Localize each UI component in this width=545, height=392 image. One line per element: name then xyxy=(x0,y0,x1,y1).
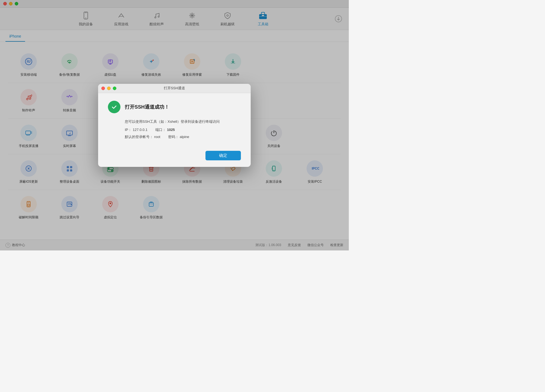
modal-titlebar: 打开SSH通道 xyxy=(98,84,251,93)
modal-port-label: 端口： xyxy=(155,128,166,132)
modal-overlay: 打开SSH通道 打开SSH通道成功！ 您可以使用SSH工具（如：Xshell）登… xyxy=(0,0,349,250)
ssh-modal: 打开SSH通道 打开SSH通道成功！ 您可以使用SSH工具（如：Xshell）登… xyxy=(98,84,251,167)
modal-account-row: 默认的登录帐号： root 密码： alpine xyxy=(125,133,241,140)
confirm-button[interactable]: 确定 xyxy=(205,151,241,160)
success-icon xyxy=(108,101,120,113)
modal-title: 打开SSH通道 xyxy=(164,86,185,91)
modal-account-value: root xyxy=(154,135,160,139)
modal-ip-label: IP： xyxy=(125,128,132,132)
modal-port-value: 1025 xyxy=(167,128,175,132)
modal-ip-value: 127.0.0.1 xyxy=(133,128,147,132)
modal-minimize-button[interactable] xyxy=(107,87,111,90)
modal-body: 打开SSH通道成功！ 您可以使用SSH工具（如：Xshell）登录到设备进行终端… xyxy=(98,93,251,148)
modal-account-label: 默认的登录帐号： xyxy=(125,135,153,139)
success-row: 打开SSH通道成功！ xyxy=(108,101,241,113)
modal-description: 您可以使用SSH工具（如：Xshell）登录到设备进行终端访问 xyxy=(125,118,241,125)
modal-footer: 确定 xyxy=(98,148,251,167)
modal-close-button[interactable] xyxy=(101,87,105,90)
success-title: 打开SSH通道成功！ xyxy=(125,104,169,110)
modal-password-value: alpine xyxy=(180,135,189,139)
modal-traffic-lights xyxy=(101,87,116,90)
modal-info: 您可以使用SSH工具（如：Xshell）登录到设备进行终端访问 IP： 127.… xyxy=(108,118,241,140)
modal-ip-row: IP： 127.0.0.1 端口： 1025 xyxy=(125,126,241,133)
modal-password-label: 密码： xyxy=(168,135,179,139)
modal-maximize-button[interactable] xyxy=(113,87,116,90)
